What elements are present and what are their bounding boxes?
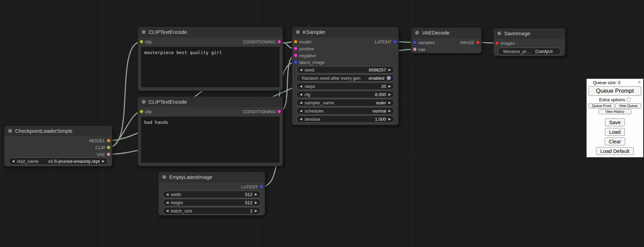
decrement-arrow-icon[interactable]: ◀ [166,201,169,204]
node-title-bar[interactable]: KSampler [292,27,398,37]
ckpt-name-widget[interactable]: ◀ ckpt_name v1-5-pruned-emaonly.ckpt ▶ [9,157,108,165]
sampler-name-widget[interactable]: ◀ sampler_name euler ▶ [296,99,394,106]
node-title-bar[interactable]: CLIPTextEncode [138,97,283,107]
scheduler-widget[interactable]: ◀ scheduler normal ▶ [296,107,394,115]
toggle-dot-icon[interactable] [387,76,391,80]
save-button[interactable]: Save [605,118,625,126]
positive-input-port[interactable] [294,47,297,50]
decrement-arrow-icon[interactable]: ◀ [300,93,302,96]
increment-arrow-icon[interactable]: ▶ [388,85,391,88]
node-save-image[interactable]: SaveImage images filename_prefix ComfyUI [493,28,565,56]
collapse-dot-icon[interactable] [142,100,146,104]
view-history-button[interactable]: View History [598,109,631,114]
node-empty-latent-image[interactable]: EmptyLatentImage LATENT ◀ width 512 ▶ ◀ … [158,172,265,216]
slot-row: CLIP [4,144,112,151]
slot-row: images [494,40,565,47]
node-title-bar[interactable]: CLIPTextEncode [138,27,283,37]
node-checkpoint-loader-simple[interactable]: CheckpointLoaderSimple MODEL CLIP VAE ◀ … [4,126,112,167]
node-title: CLIPTextEncode [149,29,187,35]
node-title-bar[interactable]: VAEDecode [411,28,481,38]
denoise-widget[interactable]: ◀ denoise 1.000 ▶ [296,115,394,123]
node-title-bar[interactable]: SaveImage [494,28,565,39]
width-widget[interactable]: ◀ width 512 ▶ [163,191,261,198]
batch-size-widget[interactable]: ◀ batch_size 1 ▶ [163,207,261,214]
slot-row: clip CONDITIONING [138,38,283,45]
model-output-port[interactable] [107,139,110,142]
node-title: CheckpointLoaderSimple [15,128,73,134]
widget-value: euler [376,100,386,105]
increment-arrow-icon[interactable]: ▶ [255,193,257,196]
height-widget[interactable]: ◀ height 512 ▶ [163,199,261,206]
node-clip-text-encode-positive[interactable]: CLIPTextEncode clip CONDITIONING masterp… [138,27,283,91]
widget-label: steps [305,84,315,89]
widget-label: cfg [305,92,310,97]
node-clip-text-encode-negative[interactable]: CLIPTextEncode clip CONDITIONING bad han… [138,96,283,166]
random-seed-toggle-widget[interactable]: Random seed after every gen enabled [296,74,394,82]
latent-image-input-port[interactable] [294,61,297,64]
queue-front-button[interactable]: Queue Front [589,103,615,108]
node-title-bar[interactable]: CheckpointLoaderSimple [4,126,112,136]
collapse-dot-icon[interactable] [162,175,166,179]
decrement-arrow-icon[interactable]: ◀ [300,101,302,104]
node-link[interactable] [109,112,141,147]
clip-input-port[interactable] [140,110,143,113]
collapse-dot-icon[interactable] [497,31,501,35]
latent-output-port[interactable] [260,185,263,188]
slot-row: clip CONDITIONING [138,108,283,115]
node-title-bar[interactable]: EmptyLatentImage [159,172,265,182]
increment-arrow-icon[interactable]: ▶ [388,109,391,113]
view-queue-button[interactable]: View Queue [615,103,641,108]
extra-options-checkbox[interactable] [627,98,631,102]
decrement-arrow-icon[interactable]: ◀ [300,68,302,72]
vae-input-port[interactable] [413,48,417,51]
increment-arrow-icon[interactable]: ▶ [388,68,391,72]
widget-value: 8.000 [375,92,386,97]
decrement-arrow-icon[interactable]: ◀ [166,209,169,212]
model-input-port[interactable] [294,40,297,43]
conditioning-output-port[interactable] [277,110,281,113]
negative-input-port[interactable] [294,54,297,57]
decrement-arrow-icon[interactable]: ◀ [166,193,169,196]
collapse-dot-icon[interactable] [296,30,300,34]
widget-value: 1 [250,208,252,213]
filename-prefix-widget[interactable]: filename_prefix ComfyUI [498,48,561,55]
negative-prompt-textarea[interactable]: bad hands [141,117,280,162]
conditioning-output-port[interactable] [277,40,281,43]
increment-arrow-icon[interactable]: ▶ [388,118,391,121]
clip-input-port[interactable] [140,40,143,43]
load-default-button[interactable]: Load Default [596,147,633,155]
increment-arrow-icon[interactable]: ▶ [255,209,257,212]
node-ksampler[interactable]: KSampler model LATENT positive negative … [292,27,399,125]
node-link[interactable] [109,42,141,147]
latent-output-port[interactable] [393,40,397,43]
collapse-dot-icon[interactable] [415,31,419,35]
collapse-dot-icon[interactable] [8,129,12,133]
images-input-port[interactable] [495,41,499,45]
positive-prompt-textarea[interactable]: masterpiece best quality girl [141,47,280,87]
increment-arrow-icon[interactable]: ▶ [388,101,391,104]
widget-label: Random seed after every gen [302,76,360,81]
vae-output-port[interactable] [107,153,110,156]
clip-output-port[interactable] [107,146,110,149]
decrement-arrow-icon[interactable]: ◀ [300,109,302,113]
decrement-arrow-icon[interactable]: ◀ [300,118,302,121]
collapse-dot-icon[interactable] [142,30,146,34]
increment-arrow-icon[interactable]: ▶ [388,93,391,96]
increment-arrow-icon[interactable]: ▶ [255,201,257,204]
increment-arrow-icon[interactable]: ▶ [102,160,104,163]
seed-widget[interactable]: ◀ seed 8566257 ▶ [296,66,394,74]
menu-drag-icon[interactable]: ✳ [637,80,641,84]
queue-prompt-button[interactable]: Queue Prompt [589,86,641,96]
image-output-port[interactable] [476,41,480,44]
clear-button[interactable]: Clear [605,138,625,145]
decrement-arrow-icon[interactable]: ◀ [12,160,14,163]
samples-input-port[interactable] [413,41,417,44]
steps-widget[interactable]: ◀ steps 20 ▶ [296,82,394,90]
node-vae-decode[interactable]: VAEDecode samples IMAGE vae [411,27,482,53]
cfg-widget[interactable]: ◀ cfg 8.000 ▶ [296,91,394,98]
widget-label: sampler_name [305,100,334,105]
widget-label: seed [305,67,314,73]
decrement-arrow-icon[interactable]: ◀ [300,85,302,88]
widget-value: 20 [381,84,386,89]
load-button[interactable]: Load [605,128,624,136]
